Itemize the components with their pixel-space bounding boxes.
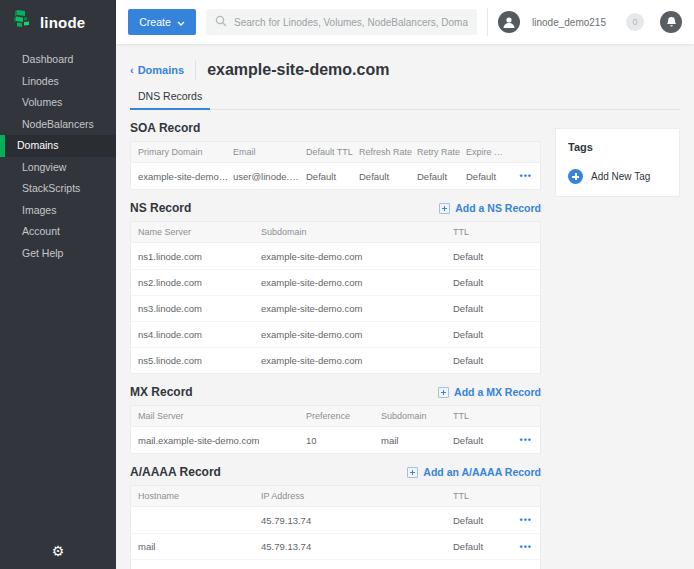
ip-address-value: 45.79.13.74	[261, 515, 453, 526]
settings-gear-icon[interactable]: ⚙	[0, 543, 116, 559]
breadcrumb-domains[interactable]: ‹ Domains	[130, 64, 184, 76]
breadcrumb-divider	[195, 60, 196, 80]
mx-section-head: MX Record Add a MX Record	[130, 385, 541, 399]
mx-table-header: Mail Server Preference Subdomain TTL	[131, 406, 540, 427]
column-header: TTL	[453, 411, 508, 421]
add-a-record-label: Add an A/AAAA Record	[423, 466, 541, 478]
topbar-divider	[487, 8, 488, 36]
ns-record-row: ns3.linode.com example-site-demo.com Def…	[131, 295, 540, 321]
column-header: TTL	[453, 227, 532, 237]
name-server-value: ns2.linode.com	[138, 277, 261, 288]
name-server-value: ns1.linode.com	[138, 251, 261, 262]
create-button[interactable]: Create	[128, 9, 196, 35]
retry-rate-value: Default	[417, 171, 466, 182]
ttl-value: Default	[453, 515, 508, 526]
page-title: example-site-demo.com	[207, 61, 389, 79]
breadcrumb-label: Domains	[138, 64, 184, 76]
tags-card: Tags Add New Tag	[555, 128, 680, 197]
sidebar-item-linodes[interactable]: Linodes	[0, 71, 116, 93]
ttl-value: Default	[453, 329, 532, 340]
brand-name: linode	[40, 14, 85, 31]
search-input[interactable]	[234, 17, 468, 28]
sidebar-item-volumes[interactable]: Volumes	[0, 92, 116, 114]
tab-dns-records[interactable]: DNS Records	[130, 90, 210, 110]
a-record-row: mail 45.79.13.74 Default •••	[131, 533, 540, 559]
subdomain-value: example-site-demo.com	[261, 251, 453, 262]
row-actions-ellipsis-icon[interactable]: •••	[508, 171, 532, 181]
global-search	[206, 9, 477, 35]
add-ns-record-button[interactable]: Add a NS Record	[439, 202, 541, 214]
ttl-value: Default	[453, 355, 532, 366]
ns-record-row: ns2.linode.com example-site-demo.com Def…	[131, 269, 540, 295]
sidebar-item-get-help[interactable]: Get Help	[0, 243, 116, 265]
a-section-head: A/AAAA Record Add an A/AAAA Record	[130, 465, 541, 479]
column-header: Subdomain	[261, 227, 453, 237]
page-head: ‹ Domains example-site-demo.com	[130, 59, 680, 81]
subdomain-value: example-site-demo.com	[261, 277, 453, 288]
expire-time-value: Default	[466, 171, 508, 182]
user-avatar[interactable]	[498, 11, 520, 33]
column-header: IP Address	[261, 491, 453, 501]
add-a-record-button[interactable]: Add an A/AAAA Record	[407, 466, 541, 478]
records-column: SOA Record Primary Domain Email Default …	[130, 110, 541, 569]
name-server-value: ns4.linode.com	[138, 329, 261, 340]
mail-server-value: mail.example-site-demo.com	[138, 435, 306, 446]
sidebar-item-images[interactable]: Images	[0, 200, 116, 222]
add-mx-record-button[interactable]: Add a MX Record	[438, 386, 541, 398]
name-server-value: ns3.linode.com	[138, 303, 261, 314]
column-header: Expire Time	[466, 147, 508, 157]
sidebar-item-nodebalancers[interactable]: NodeBalancers	[0, 114, 116, 136]
ns-record-row: ns5.linode.com example-site-demo.com Def…	[131, 347, 540, 373]
tab-bar: DNS Records	[130, 90, 680, 110]
a-record-row: www 45.79.13.74 Default •••	[131, 559, 540, 569]
row-actions-ellipsis-icon[interactable]: •••	[508, 435, 532, 445]
ttl-value: Default	[453, 251, 532, 262]
back-arrow-icon: ‹	[130, 64, 134, 76]
ns-table: Name Server Subdomain TTL ns1.linode.com…	[130, 221, 541, 374]
notification-count-badge[interactable]: 0	[626, 13, 644, 31]
chevron-down-icon	[177, 16, 185, 28]
add-new-tag-button[interactable]: Add New Tag	[568, 169, 667, 184]
columns: SOA Record Primary Domain Email Default …	[130, 110, 680, 569]
sidebar-item-account[interactable]: Account	[0, 221, 116, 243]
ip-address-value: 45.79.13.74	[261, 541, 453, 552]
tags-title: Tags	[568, 141, 667, 153]
column-header: Default TTL	[306, 147, 359, 157]
email-value: user@linode.com	[233, 171, 306, 182]
column-header: Retry Rate	[417, 147, 466, 157]
username-menu[interactable]: linode_demo215	[532, 17, 606, 28]
plus-box-icon	[439, 203, 450, 214]
mx-table: Mail Server Preference Subdomain TTL mai…	[130, 405, 541, 454]
column-header: Mail Server	[138, 411, 306, 421]
ns-table-header: Name Server Subdomain TTL	[131, 222, 540, 243]
primary-domain-value: example-site-demo.com	[138, 171, 233, 182]
mx-record-row: mail.example-site-demo.com 10 mail Defau…	[131, 427, 540, 453]
ns-section-head: NS Record Add a NS Record	[130, 201, 541, 215]
row-actions-ellipsis-icon[interactable]: •••	[508, 515, 532, 525]
row-actions-ellipsis-icon[interactable]: •••	[508, 542, 532, 552]
app-window: linode Dashboard Linodes Volumes NodeBal…	[0, 0, 694, 569]
soa-table: Primary Domain Email Default TTL Refresh…	[130, 141, 541, 190]
linode-logo-icon	[13, 9, 33, 35]
a-record-row: 45.79.13.74 Default •••	[131, 507, 540, 533]
name-server-value: ns5.linode.com	[138, 355, 261, 366]
ttl-value: Default	[453, 435, 508, 446]
sidebar-item-domains[interactable]: Domains	[0, 135, 116, 157]
content-area: ‹ Domains example-site-demo.com DNS Reco…	[116, 44, 694, 569]
soa-table-header: Primary Domain Email Default TTL Refresh…	[131, 142, 540, 163]
sidebar-item-dashboard[interactable]: Dashboard	[0, 49, 116, 71]
mx-section-title: MX Record	[130, 385, 193, 399]
sidebar-item-stackscripts[interactable]: StackScripts	[0, 178, 116, 200]
a-table: Hostname IP Address TTL 45.79.13.74 Defa…	[130, 485, 541, 569]
ttl-value: Default	[453, 541, 508, 552]
add-new-tag-label: Add New Tag	[591, 171, 650, 182]
topbar: Create linode_demo215 0	[116, 0, 694, 44]
ttl-value: Default	[453, 303, 532, 314]
linode-logo[interactable]: linode	[0, 0, 116, 44]
add-ns-record-label: Add a NS Record	[455, 202, 541, 214]
sidebar-item-longview[interactable]: Longview	[0, 157, 116, 179]
plus-box-icon	[407, 467, 418, 478]
notifications-bell-icon[interactable]	[660, 11, 682, 33]
column-header: Refresh Rate	[359, 147, 417, 157]
create-button-label: Create	[139, 16, 171, 28]
